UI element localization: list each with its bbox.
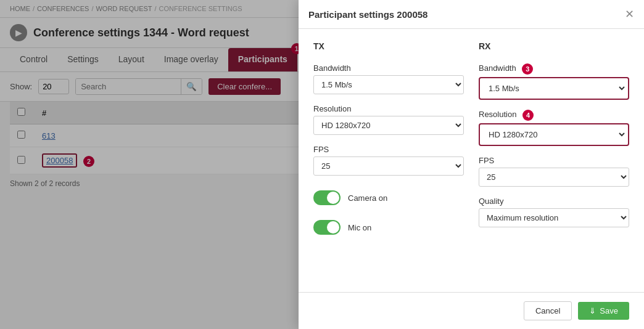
camera-toggle-row: Camera on [313, 190, 464, 205]
rx-resolution-label: Resolution 4 [479, 110, 629, 121]
rx-quality-group: Quality Maximum resolution High Medium L… [479, 197, 629, 227]
tx-fps-select[interactable]: 25 10 15 30 [313, 156, 464, 176]
modal-header: Participant settings 200058 ✕ [299, 0, 644, 29]
modal-body: TX Bandwidth 1.5 Mb/s 0.5 Mb/s 1 Mb/s 2 … [299, 29, 644, 292]
rx-quality-label: Quality [479, 197, 629, 206]
modal-close-button[interactable]: ✕ [625, 9, 634, 20]
tx-bandwidth-label: Bandwidth [313, 63, 464, 73]
tx-bandwidth-group: Bandwidth 1.5 Mb/s 0.5 Mb/s 1 Mb/s 2 Mb/… [313, 63, 464, 94]
mic-slider [313, 220, 341, 235]
camera-label: Camera on [348, 193, 387, 203]
tx-resolution-select[interactable]: HD 1280x720 SD 640x480 FHD 1920x1080 [313, 116, 464, 135]
tx-fps-group: FPS 25 10 15 30 [313, 145, 464, 176]
save-label: Save [600, 306, 618, 315]
tx-fps-label: FPS [313, 145, 464, 154]
rx-fps-label: FPS [479, 156, 629, 165]
tx-resolution-label: Resolution [313, 104, 464, 113]
rx-resolution-badge: 4 [522, 110, 534, 121]
rx-resolution-select[interactable]: HD 1280x720 SD 640x480 FHD 1920x1080 [481, 126, 627, 144]
save-button[interactable]: ⇓ Save [578, 302, 629, 320]
camera-slider [313, 190, 341, 205]
cancel-button[interactable]: Cancel [524, 301, 572, 320]
tx-resolution-group: Resolution HD 1280x720 SD 640x480 FHD 19… [313, 104, 464, 135]
rx-quality-select[interactable]: Maximum resolution High Medium Low [479, 208, 629, 227]
rx-header: RX [479, 41, 629, 51]
rx-bandwidth-label: Bandwidth 3 [479, 63, 629, 75]
mic-toggle[interactable] [313, 220, 341, 235]
rx-column: RX Bandwidth 3 1.5 Mb/s 0.5 Mb/s 1 Mb/ [479, 41, 629, 235]
modal-footer: Cancel ⇓ Save [299, 292, 644, 329]
tx-header: TX [313, 41, 464, 51]
modal-overlay: Participant settings 200058 ✕ TX Bandwid… [0, 0, 644, 329]
rx-fps-select[interactable]: 25 10 15 30 [479, 168, 629, 187]
rx-bandwidth-group: Bandwidth 3 1.5 Mb/s 0.5 Mb/s 1 Mb/s 2 M… [479, 63, 629, 100]
rx-fps-group: FPS 25 10 15 30 [479, 156, 629, 187]
modal-title: Participant settings 200058 [308, 9, 427, 20]
rx-bandwidth-badge: 3 [522, 63, 533, 75]
mic-label: Mic on [348, 223, 371, 232]
tx-column: TX Bandwidth 1.5 Mb/s 0.5 Mb/s 1 Mb/s 2 … [313, 41, 464, 235]
save-icon: ⇓ [589, 306, 596, 315]
tx-bandwidth-select[interactable]: 1.5 Mb/s 0.5 Mb/s 1 Mb/s 2 Mb/s [313, 75, 464, 94]
rx-bandwidth-select[interactable]: 1.5 Mb/s 0.5 Mb/s 1 Mb/s 2 Mb/s [481, 79, 627, 97]
participant-settings-modal: Participant settings 200058 ✕ TX Bandwid… [299, 0, 644, 329]
mic-toggle-row: Mic on [313, 220, 464, 235]
rx-resolution-group: Resolution 4 HD 1280x720 SD 640x480 FHD … [479, 110, 629, 146]
modal-columns: TX Bandwidth 1.5 Mb/s 0.5 Mb/s 1 Mb/s 2 … [313, 41, 629, 235]
camera-toggle[interactable] [313, 190, 341, 205]
